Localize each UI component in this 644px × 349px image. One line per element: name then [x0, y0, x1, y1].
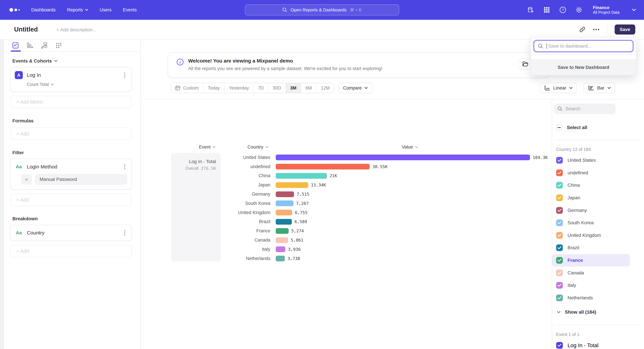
bar[interactable]	[276, 210, 292, 215]
range-yesterday[interactable]: Yesterday	[224, 83, 254, 93]
save-button[interactable]: Save	[615, 24, 635, 34]
mixpanel-logo[interactable]	[10, 8, 20, 12]
checked-checkbox[interactable]	[556, 157, 563, 164]
checked-checkbox[interactable]	[556, 182, 563, 189]
save-dashboard-search-input[interactable]: Save to dashboard...	[534, 40, 633, 52]
country-item-south-korea[interactable]: South Korea	[552, 217, 630, 229]
bar[interactable]	[276, 201, 294, 206]
range-12m[interactable]: 12M	[316, 83, 334, 93]
checked-checkbox[interactable]	[556, 244, 563, 251]
nav-item-dashboards[interactable]: Dashboards	[31, 7, 56, 12]
checked-checkbox[interactable]	[556, 270, 563, 276]
country-item-undefined[interactable]: undefined	[552, 167, 630, 179]
bar[interactable]	[276, 228, 289, 234]
metric-card-log-in[interactable]: A Log In Count Total	[10, 67, 132, 92]
kebab-menu-icon[interactable]	[122, 164, 127, 169]
checked-checkbox[interactable]	[556, 342, 563, 349]
filter-operator[interactable]: =	[21, 174, 32, 185]
value-label: 13.34K	[311, 183, 326, 187]
gear-icon[interactable]	[576, 6, 582, 13]
country-item-china[interactable]: China	[552, 179, 630, 192]
report-title[interactable]: Untitled	[14, 26, 38, 33]
tab-flows[interactable]	[40, 42, 48, 49]
chevron-down-icon[interactable]	[632, 8, 636, 11]
kebab-menu-icon[interactable]	[122, 73, 127, 78]
checked-checkbox[interactable]	[556, 207, 563, 214]
apps-grid-icon[interactable]	[543, 6, 550, 13]
country-item-italy[interactable]: Italy	[552, 279, 630, 292]
breakdown-card-country[interactable]: Aa Country	[10, 225, 132, 241]
event-checkbox-row[interactable]: Log In - Total	[552, 339, 644, 349]
more-options-icon[interactable]	[593, 28, 600, 30]
tab-funnels[interactable]	[26, 42, 34, 49]
range-7d[interactable]: 7D	[254, 83, 268, 93]
kebab-menu-icon[interactable]	[122, 230, 127, 235]
compare-button[interactable]: Compare	[338, 83, 372, 93]
category-label: Netherlands	[141, 256, 270, 261]
copy-link-icon[interactable]	[579, 26, 586, 33]
country-item-germany[interactable]: Germany	[552, 204, 630, 217]
filter-value[interactable]: Manual Password	[35, 174, 127, 185]
bar[interactable]	[276, 155, 530, 160]
country-item-canada[interactable]: Canada	[552, 267, 630, 279]
country-item-united-kingdom[interactable]: United Kingdom	[552, 229, 630, 242]
bar[interactable]	[276, 182, 308, 188]
global-search-button[interactable]: Open Reports & Dashboards ⌘ + K	[245, 4, 399, 15]
range-3m[interactable]: 3M	[286, 83, 301, 93]
bar[interactable]	[276, 173, 327, 179]
tab-insights-selected[interactable]	[12, 42, 19, 49]
metric-event-name[interactable]: Log In	[27, 72, 118, 78]
show-all-button[interactable]: Show all (184)	[552, 306, 644, 319]
country-item-france[interactable]: France	[552, 254, 630, 267]
bar[interactable]	[276, 164, 370, 169]
checked-checkbox[interactable]	[556, 169, 563, 176]
range-30d[interactable]: 30D	[268, 83, 286, 93]
add-filter-button[interactable]: + Add	[10, 194, 132, 206]
breakdown-property-name[interactable]: Country	[27, 230, 118, 236]
save-to-new-dashboard-button[interactable]: Save to New Dashboard	[531, 59, 636, 75]
add-metric-button[interactable]: + Add Metric	[10, 96, 132, 108]
range-6m[interactable]: 6M	[301, 83, 317, 93]
country-item-brazil[interactable]: Brazil	[552, 242, 630, 254]
country-item-netherlands[interactable]: Netherlands	[552, 292, 630, 304]
banner-subtitle: All the reports you see are powered by a…	[188, 66, 382, 71]
add-description-button[interactable]: + Add description...	[56, 27, 96, 32]
nav-item-events[interactable]: Events	[123, 7, 137, 12]
data-settings-icon[interactable]	[527, 6, 534, 13]
checked-checkbox[interactable]	[556, 219, 563, 226]
select-all-row[interactable]: Select all	[552, 121, 644, 134]
range-today[interactable]: Today	[204, 83, 224, 93]
add-formula-button[interactable]: + Add	[10, 128, 132, 140]
checked-checkbox[interactable]	[556, 232, 563, 239]
metric-aggregation[interactable]: Count Total	[27, 82, 127, 87]
project-selector[interactable]: Finance All Project Data	[593, 5, 620, 14]
events-cohorts-header[interactable]: Events & Cohorts	[10, 58, 132, 64]
checked-checkbox[interactable]	[556, 257, 563, 264]
checked-checkbox[interactable]	[556, 282, 563, 289]
checked-checkbox[interactable]	[556, 295, 563, 301]
range-custom[interactable]: Custom	[171, 83, 204, 93]
checked-checkbox[interactable]	[556, 194, 563, 201]
bar[interactable]	[276, 237, 288, 243]
filter-property-name[interactable]: Login Method	[27, 164, 118, 170]
bar[interactable]	[276, 191, 294, 197]
column-header-value[interactable]: Value	[402, 144, 418, 150]
indeterminate-checkbox[interactable]	[556, 125, 562, 131]
nav-item-users[interactable]: Users	[100, 7, 112, 12]
country-item-japan[interactable]: Japan	[552, 192, 630, 204]
filter-card-login-method[interactable]: Aa Login Method = Manual Password	[10, 159, 132, 190]
help-icon[interactable]: ?	[559, 6, 566, 13]
event-group-label: Event 1 of 1	[556, 332, 644, 337]
bar[interactable]	[276, 256, 285, 261]
bar[interactable]	[276, 246, 285, 252]
nav-item-reports[interactable]: Reports	[67, 7, 88, 12]
add-breakdown-button[interactable]: + Add	[10, 245, 132, 257]
bar[interactable]	[276, 219, 292, 225]
tab-retention[interactable]	[55, 42, 62, 49]
panel-search-input[interactable]: Search	[554, 104, 616, 114]
country-item-united-states[interactable]: United States	[552, 154, 630, 167]
column-header-country[interactable]: Country	[248, 144, 268, 150]
column-header-event[interactable]: Event	[199, 144, 216, 150]
linear-dropdown[interactable]: Linear	[540, 83, 577, 93]
bar-dropdown[interactable]: Bar	[584, 83, 615, 93]
